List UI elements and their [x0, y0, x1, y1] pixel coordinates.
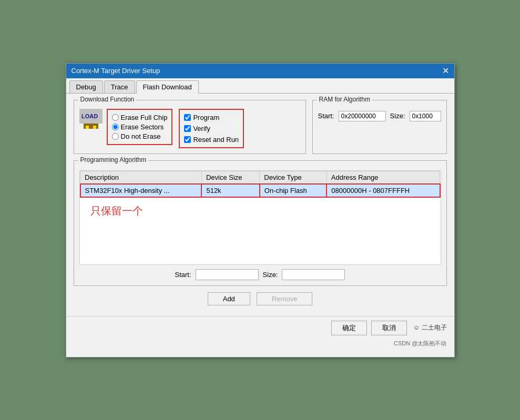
- ram-inner: Start: Size:: [318, 111, 441, 121]
- watermark-bottom: CSDN @太陈抱不动: [66, 340, 454, 351]
- content-area: Download Function LOAD: [66, 94, 454, 316]
- action-options: Program Verify Reset and Run: [179, 109, 244, 148]
- ram-size-input[interactable]: [410, 111, 441, 121]
- reset-run-label: Reset and Run: [193, 136, 239, 144]
- table-header-row: Description Device Size Device Type Addr…: [80, 171, 440, 184]
- svg-rect-4: [93, 126, 96, 129]
- watermark-icon: ☺ 二土电子: [413, 323, 447, 332]
- annotation-text: 只保留一个: [80, 198, 441, 218]
- remove-button[interactable]: Remove: [257, 292, 312, 305]
- algorithm-table: Description Device Size Device Type Addr…: [80, 171, 441, 198]
- erase-full-chip-label: Erase Full Chip: [121, 114, 168, 121]
- download-function-label: Download Function: [78, 96, 137, 103]
- confirm-button[interactable]: 确定: [331, 321, 367, 335]
- tab-flash-download[interactable]: Flash Download: [136, 80, 199, 94]
- download-function-inner: LOAD Erase Full Chip: [79, 109, 300, 148]
- col-description: Description: [80, 171, 202, 184]
- cell-device-type: On-chip Flash: [260, 184, 327, 197]
- erase-options: Erase Full Chip Erase Sectors Do not Era…: [107, 109, 173, 145]
- erase-sectors-label: Erase Sectors: [121, 123, 164, 131]
- reset-run-option: Reset and Run: [184, 136, 239, 144]
- tab-trace[interactable]: Trace: [104, 80, 135, 93]
- erase-full-chip-radio[interactable]: [112, 114, 119, 121]
- bottom-bar: 确定 取消 ☺ 二土电子: [66, 316, 454, 340]
- action-buttons: Add Remove: [74, 292, 447, 305]
- tab-bar: Debug Trace Flash Download: [66, 78, 454, 94]
- close-button[interactable]: ✕: [442, 67, 449, 75]
- svg-text:LOAD: LOAD: [81, 113, 98, 119]
- algo-start-size-row: Start: Size:: [79, 269, 441, 280]
- dialog-title: Cortex-M Target Driver Setup: [72, 67, 160, 75]
- cell-description: STM32F10x High-density ...: [80, 184, 202, 197]
- algo-start-input[interactable]: [196, 269, 259, 280]
- programming-algorithm-label: Programming Algorithm: [78, 156, 148, 163]
- ram-algorithm-group: RAM for Algorithm Start: Size:: [312, 100, 447, 154]
- tab-debug[interactable]: Debug: [69, 80, 103, 93]
- add-button[interactable]: Add: [208, 292, 250, 305]
- algorithm-table-container: Description Device Size Device Type Addr…: [79, 170, 441, 265]
- verify-label: Verify: [193, 125, 210, 132]
- col-device-type: Device Type: [260, 171, 327, 184]
- load-icon: LOAD: [79, 109, 103, 132]
- program-label: Program: [193, 114, 219, 121]
- col-address-range: Address Range: [327, 171, 440, 184]
- cell-device-size: 512k: [201, 184, 259, 197]
- do-not-erase-label: Do not Erase: [121, 132, 161, 140]
- algo-size-label: Size:: [263, 271, 278, 279]
- table-row[interactable]: STM32F10x High-density ... 512k On-chip …: [80, 184, 440, 197]
- programming-algorithm-group: Programming Algorithm Description Device…: [74, 160, 447, 286]
- svg-rect-3: [86, 126, 89, 129]
- reset-run-checkbox[interactable]: [184, 136, 191, 143]
- top-section: Download Function LOAD: [74, 100, 447, 160]
- cell-address-range: 08000000H - 0807FFFFH: [327, 184, 440, 197]
- erase-sectors-option: Erase Sectors: [112, 123, 168, 131]
- ram-algorithm-label: RAM for Algorithm: [317, 96, 372, 103]
- do-not-erase-option: Do not Erase: [112, 132, 168, 140]
- erase-full-chip-option: Erase Full Chip: [112, 114, 168, 121]
- algo-size-input[interactable]: [282, 269, 345, 280]
- program-checkbox[interactable]: [184, 114, 191, 121]
- col-device-size: Device Size: [201, 171, 259, 184]
- verify-option: Verify: [184, 125, 239, 132]
- verify-checkbox[interactable]: [184, 125, 191, 132]
- ram-start-input[interactable]: [339, 111, 386, 121]
- erase-sectors-radio[interactable]: [112, 124, 119, 130]
- algo-start-label: Start:: [175, 271, 191, 279]
- main-dialog: Cortex-M Target Driver Setup ✕ Debug Tra…: [66, 63, 455, 357]
- cancel-button[interactable]: 取消: [371, 321, 407, 335]
- download-function-group: Download Function LOAD: [74, 100, 306, 154]
- ram-start-label: Start:: [318, 112, 334, 120]
- program-option: Program: [184, 114, 239, 121]
- ram-size-label: Size:: [390, 112, 405, 120]
- title-bar: Cortex-M Target Driver Setup ✕: [66, 64, 454, 78]
- do-not-erase-radio[interactable]: [112, 133, 119, 140]
